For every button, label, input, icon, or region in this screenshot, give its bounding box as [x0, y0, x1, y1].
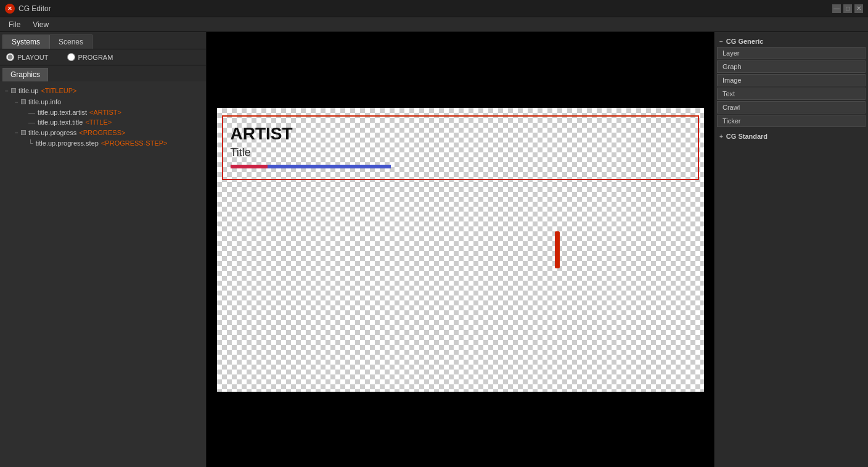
tree-tag-text-title: <TITLE>: [85, 118, 112, 126]
panel-item-ticker[interactable]: Ticker: [717, 115, 866, 127]
cg-generic-header[interactable]: − CG Generic: [717, 36, 866, 47]
panel-item-image[interactable]: Image: [717, 74, 866, 86]
tree-tag-progress-step: <PROGRESS-STEP>: [101, 139, 168, 147]
tree-dash-title: —: [28, 118, 35, 126]
menu-view[interactable]: View: [27, 19, 55, 30]
radio-program[interactable]: [67, 53, 75, 61]
tree-node-progress-step[interactable]: └ title.up.progress.step <PROGRESS-STEP>: [2, 138, 203, 148]
tree-label-title-up: title.up: [18, 87, 38, 94]
tree-node-title-up-info[interactable]: − title.up.info: [2, 96, 203, 107]
expander-progress[interactable]: −: [12, 128, 21, 137]
tree-label-text-artist: title.up.text.artist: [38, 109, 87, 116]
panel-item-text[interactable]: Text: [717, 88, 866, 100]
radio-row: PLAYOUT PROGRAM: [0, 49, 206, 65]
tree-dash-artist: —: [28, 109, 35, 116]
cg-generic-title: CG Generic: [726, 38, 764, 45]
title-text-display: Title: [231, 146, 690, 159]
tree-tag-text-artist: <ARTIST>: [89, 109, 121, 116]
minimize-button[interactable]: —: [832, 4, 841, 13]
graphic-box: ARTIST Title: [222, 115, 699, 180]
right-panel: − CG Generic Layer Graph Image Text Craw…: [714, 32, 868, 467]
tree-dash-progress-step: └: [28, 139, 33, 147]
canvas-area: ARTIST Title: [207, 32, 714, 467]
tab-systems[interactable]: Systems: [2, 35, 49, 49]
scroll-indicator[interactable]: [555, 231, 560, 268]
tree-node-text-artist[interactable]: — title.up.text.artist <ARTIST>: [2, 107, 203, 117]
graphics-tab[interactable]: Graphics: [2, 68, 48, 81]
tree-tag-title-up: <TITLEUP>: [41, 87, 76, 94]
cg-standard-header[interactable]: + CG Standard: [717, 131, 866, 142]
panel-item-crawl[interactable]: Crawl: [717, 101, 866, 114]
canvas-wrapper: ARTIST Title: [217, 74, 704, 426]
tab-bar: Systems Scenes: [0, 32, 206, 49]
tree-label-title-up-info: title.up.info: [28, 98, 61, 105]
graphics-tab-bar: Graphics: [0, 65, 206, 81]
expander-title-up[interactable]: −: [2, 86, 11, 95]
window-controls: — □ ✕: [832, 4, 863, 13]
tree-bullet-title-up-info: [21, 99, 26, 104]
panel-item-layer[interactable]: Layer: [717, 47, 866, 59]
left-panel: Systems Scenes PLAYOUT PROGRAM Graphics …: [0, 32, 207, 467]
tree-view: − title.up <TITLEUP> − title.up.info — t…: [0, 81, 206, 467]
menu-file[interactable]: File: [2, 19, 27, 30]
menubar: File View: [0, 17, 868, 32]
radio-program-label[interactable]: PROGRAM: [67, 53, 113, 61]
tree-label-progress: title.up.progress: [28, 129, 76, 136]
tree-bullet-progress: [21, 130, 26, 135]
progress-bar-blue: [268, 165, 391, 168]
tab-scenes[interactable]: Scenes: [49, 35, 92, 49]
canvas-inner: ARTIST Title: [217, 108, 704, 392]
radio-playout[interactable]: [6, 53, 14, 61]
cg-generic-expand-icon: −: [719, 38, 723, 45]
titlebar: ✕ CG Editor — □ ✕: [0, 0, 868, 17]
app-icon: ✕: [5, 4, 15, 14]
app-title: CG Editor: [18, 4, 832, 13]
expander-title-up-info[interactable]: −: [12, 97, 21, 106]
tree-node-progress[interactable]: − title.up.progress <PROGRESS>: [2, 127, 203, 138]
tree-node-text-title[interactable]: — title.up.text.title <TITLE>: [2, 117, 203, 127]
progress-bar-red: [231, 165, 268, 168]
maximize-button[interactable]: □: [843, 4, 852, 13]
tree-node-title-up[interactable]: − title.up <TITLEUP>: [2, 85, 203, 96]
tree-bullet-title-up: [11, 88, 16, 93]
artist-text: ARTIST: [231, 124, 690, 144]
progress-bar-container: [231, 164, 428, 169]
radio-playout-label[interactable]: PLAYOUT: [6, 53, 49, 61]
close-button[interactable]: ✕: [854, 4, 863, 13]
tree-tag-progress: <PROGRESS>: [79, 129, 125, 136]
cg-standard-title: CG Standard: [726, 133, 768, 140]
main-layout: Systems Scenes PLAYOUT PROGRAM Graphics …: [0, 32, 868, 467]
tree-label-progress-step: title.up.progress.step: [36, 139, 99, 147]
tree-label-text-title: title.up.text.title: [38, 118, 83, 126]
panel-item-graph[interactable]: Graph: [717, 60, 866, 73]
cg-standard-expand-icon: +: [719, 133, 723, 140]
